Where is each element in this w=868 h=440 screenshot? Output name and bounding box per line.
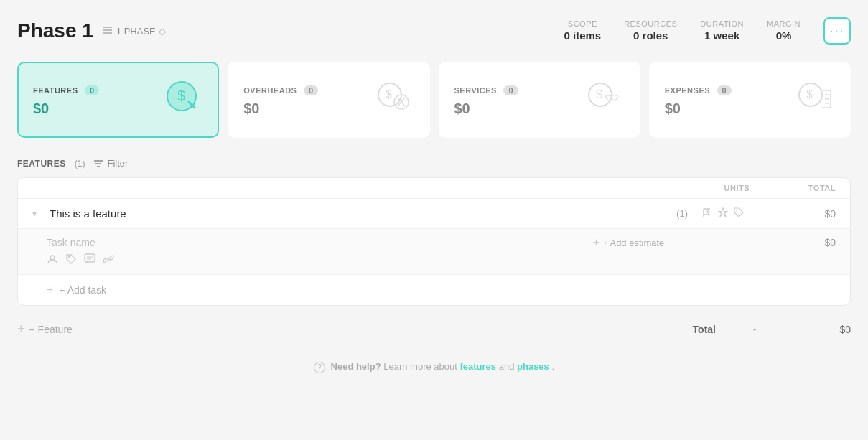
help-period: . xyxy=(551,361,554,372)
assign-icon[interactable] xyxy=(47,253,58,267)
expenses-card-header: EXPENSES 0 xyxy=(665,83,732,96)
features-card-icon: $ xyxy=(163,76,203,123)
services-card-icon: $ xyxy=(584,76,625,123)
total-label: Total xyxy=(693,324,716,335)
feature-sub-count: (1) xyxy=(676,208,688,219)
overheads-card[interactable]: OVERHEADS 0 $0 $ xyxy=(228,62,429,138)
overheads-card-header: OVERHEADS 0 xyxy=(243,83,318,96)
help-text: Need help? xyxy=(331,361,381,372)
task-name[interactable]: Task name xyxy=(47,237,508,248)
add-feature-button[interactable]: + + Feature xyxy=(17,322,73,337)
features-section-header: FEATURES (1) Filter xyxy=(17,158,851,169)
resources-stat: RESOURCES 0 roles xyxy=(624,19,677,42)
help-bar: ? Need help? Learn more about features a… xyxy=(17,361,851,373)
more-button[interactable]: ··· xyxy=(823,17,851,45)
svg-text:$: $ xyxy=(386,88,392,100)
total-amount: $0 xyxy=(793,324,851,335)
features-card-info: FEATURES 0 $0 xyxy=(33,83,99,117)
svg-point-24 xyxy=(68,256,70,258)
help-icon: ? xyxy=(314,362,325,373)
overheads-card-icon: $ xyxy=(374,76,414,123)
features-help-link[interactable]: features xyxy=(459,361,496,372)
add-task-plus-icon: + xyxy=(47,284,53,296)
svg-point-22 xyxy=(736,210,737,211)
task-icons-row xyxy=(47,253,836,271)
help-and-text: and xyxy=(499,361,515,372)
diamond-icon: ◇ xyxy=(159,26,166,37)
filter-icon xyxy=(93,159,103,169)
features-card-header: FEATURES 0 xyxy=(33,83,99,96)
page-title: Phase 1 xyxy=(17,19,93,42)
add-task-row[interactable]: + + Add task xyxy=(18,275,850,305)
flag-icon[interactable] xyxy=(702,207,712,220)
cards-row: FEATURES 0 $0 $ OVERHEADS 0 xyxy=(17,62,851,138)
expenses-card-icon: $ xyxy=(795,76,835,123)
header: Phase 1 1 PHASE ◇ SCOPE 0 items RESO xyxy=(17,17,851,45)
scope-stat: SCOPE 0 items xyxy=(564,19,601,42)
add-feature-label: + Feature xyxy=(29,324,73,335)
chevron-down-icon: ▾ xyxy=(32,209,44,219)
svg-text:$: $ xyxy=(596,88,602,100)
feature-name: This is a feature xyxy=(50,207,668,220)
margin-stat: MARGIN 0% xyxy=(767,19,801,42)
col-units: UNITS xyxy=(663,184,750,192)
services-card-info: SERVICES 0 $0 xyxy=(454,83,518,117)
total-dash: - xyxy=(733,324,776,335)
task-name-row: Task name + + Add estimate $0 xyxy=(47,236,836,249)
overheads-card-info: OVERHEADS 0 $0 xyxy=(243,83,318,117)
phase-label: 1 PHASE xyxy=(116,26,156,37)
feature-action-icons xyxy=(702,207,744,220)
svg-point-23 xyxy=(50,256,55,260)
comment-icon[interactable] xyxy=(84,253,95,267)
star-icon[interactable] xyxy=(718,207,728,220)
expenses-card[interactable]: EXPENSES 0 $0 $ xyxy=(649,62,851,138)
col-total: TOTAL xyxy=(750,184,836,192)
add-feature-row: + + Feature Total - $0 xyxy=(17,314,851,344)
task-row: Task name + + Add estimate $0 xyxy=(18,229,850,275)
table-col-headers: UNITS TOTAL xyxy=(18,178,850,199)
feature-row[interactable]: ▾ This is a feature (1) xyxy=(18,199,850,229)
tag-icon[interactable] xyxy=(734,207,744,220)
help-body: Learn more about xyxy=(383,361,457,372)
page-container: Phase 1 1 PHASE ◇ SCOPE 0 items RESO xyxy=(0,0,868,440)
header-right: SCOPE 0 items RESOURCES 0 roles DURATION… xyxy=(564,17,851,45)
header-left: Phase 1 1 PHASE ◇ xyxy=(17,19,166,42)
plus-icon: + xyxy=(593,236,599,249)
features-card[interactable]: FEATURES 0 $0 $ xyxy=(17,62,219,138)
add-feature-plus-icon: + xyxy=(17,322,25,337)
add-task-label: + Add task xyxy=(59,284,106,296)
services-card-header: SERVICES 0 xyxy=(454,83,518,96)
feature-total: $0 xyxy=(750,208,836,220)
expenses-card-info: EXPENSES 0 $0 xyxy=(665,83,732,117)
add-estimate-button[interactable]: + + Add estimate xyxy=(513,236,744,249)
svg-text:$: $ xyxy=(177,88,185,103)
total-row: Total - $0 xyxy=(693,324,851,335)
svg-text:$: $ xyxy=(806,88,813,100)
task-total: $0 xyxy=(750,237,836,248)
phase-badge: 1 PHASE ◇ xyxy=(102,24,166,38)
link-icon[interactable] xyxy=(103,253,114,267)
phases-help-link[interactable]: phases xyxy=(517,361,549,372)
label-icon[interactable] xyxy=(65,253,77,267)
svg-rect-25 xyxy=(85,254,95,262)
services-card[interactable]: SERVICES 0 $0 $ xyxy=(439,62,640,138)
list-icon xyxy=(102,24,113,38)
filter-button[interactable]: Filter xyxy=(93,158,128,169)
duration-stat: DURATION 1 week xyxy=(700,19,744,42)
features-table: UNITS TOTAL ▾ This is a feature (1) xyxy=(17,177,851,306)
